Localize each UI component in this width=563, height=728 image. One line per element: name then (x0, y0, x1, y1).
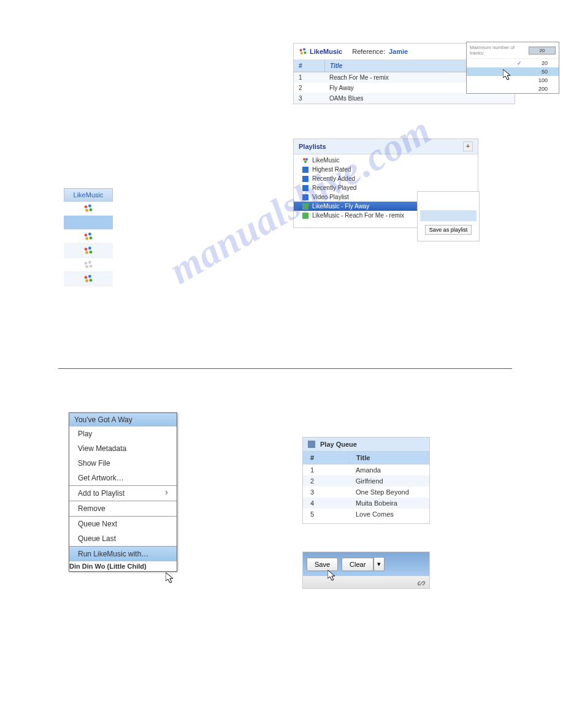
svg-point-9 (85, 209, 88, 212)
save-as-playlist-popup: Save as playlist (417, 191, 480, 241)
queue-column-number: # (303, 452, 349, 464)
add-playlist-button[interactable]: + (463, 142, 473, 151)
track-column-number: # (294, 60, 325, 72)
svg-point-16 (88, 247, 91, 250)
save-as-playlist-button[interactable]: Save as playlist (425, 225, 472, 235)
likemusic-column-header: LikeMusic (64, 188, 113, 202)
svg-point-5 (305, 158, 308, 161)
svg-point-19 (85, 262, 88, 265)
svg-point-7 (85, 205, 88, 208)
queue-row[interactable]: 3One Step Beyond (303, 487, 429, 498)
svg-point-12 (88, 233, 91, 236)
svg-point-10 (90, 208, 93, 211)
likemusic-icon (83, 232, 93, 241)
max-tracks-option[interactable]: 100 (467, 76, 559, 85)
svg-point-4 (303, 158, 305, 161)
svg-point-3 (304, 51, 306, 54)
svg-point-6 (304, 161, 307, 163)
queue-actions-panel: Save Clear ▾ ᔕ (302, 552, 430, 589)
playlist-icon (302, 167, 308, 173)
svg-point-14 (90, 237, 93, 240)
svg-point-13 (85, 237, 88, 240)
menu-item-remove[interactable]: Remove (69, 501, 177, 516)
queue-column-title: Title (349, 452, 429, 464)
playlist-icon (302, 194, 308, 200)
svg-point-0 (299, 49, 302, 51)
clear-button[interactable]: Clear (342, 558, 373, 571)
menu-item-play[interactable]: Play (69, 427, 177, 441)
menu-item-queue-last[interactable]: Queue Last (69, 531, 177, 546)
likemusic-icon (83, 203, 93, 213)
likemusic-status-row[interactable] (64, 216, 113, 230)
likemusic-status-row[interactable] (64, 258, 113, 272)
playlist-item[interactable]: Recently Added (300, 174, 478, 183)
likemusic-status-row[interactable] (64, 202, 113, 216)
likemusic-column: LikeMusic (64, 188, 113, 286)
background-track-label: Din Din Wo (Little Child) (63, 561, 177, 571)
playlist-icon (302, 185, 308, 191)
clear-dropdown-button[interactable]: ▾ (373, 557, 385, 571)
max-tracks-option[interactable]: 50 (467, 67, 559, 76)
likemusic-logo: LikeMusic (299, 47, 342, 56)
queue-row[interactable]: 5Love Comes (303, 509, 429, 520)
svg-point-26 (90, 279, 93, 282)
svg-point-21 (85, 265, 88, 268)
svg-point-1 (303, 48, 305, 50)
play-queue-icon (308, 441, 315, 448)
section-divider (58, 368, 512, 369)
svg-point-18 (90, 251, 93, 254)
likemusic-icon-gray (83, 260, 93, 270)
likemusic-logo-icon (299, 47, 307, 56)
max-tracks-dropdown[interactable]: Maximum number of tracks: 20 20 50 100 2… (466, 42, 559, 94)
menu-item-get-artwork[interactable]: Get Artwork… (69, 471, 177, 485)
menu-item-show-file[interactable]: Show File (69, 456, 177, 471)
menu-item-add-to-playlist[interactable]: Add to Playlist (69, 486, 177, 501)
max-tracks-selected[interactable]: 20 (529, 47, 556, 55)
svg-point-8 (88, 205, 91, 208)
track-row[interactable]: 3 OAMs Blues (294, 93, 515, 104)
queue-row[interactable]: 1Amanda (303, 464, 429, 476)
max-tracks-label: Maximum number of tracks: (470, 45, 529, 56)
queue-row[interactable]: 2Girlfriend (303, 476, 429, 487)
likemusic-status-row[interactable] (64, 244, 113, 258)
likemusic-status-row[interactable] (64, 230, 113, 244)
queue-row[interactable]: 4Muita Bobeira (303, 498, 429, 509)
cursor-icon (166, 572, 175, 585)
max-tracks-option[interactable]: 200 (467, 85, 559, 93)
reference-value: Jamie (389, 48, 408, 55)
likemusic-status-row[interactable] (64, 272, 113, 286)
likemusic-icon (83, 274, 93, 284)
save-button[interactable]: Save (307, 558, 338, 571)
likemusic-icon (302, 157, 308, 164)
menu-item-run-likemusic[interactable]: Run LikeMusic with… (69, 547, 177, 561)
svg-point-17 (85, 251, 88, 254)
track-context-menu: You've Got A Way Play View Metadata Show… (69, 412, 177, 572)
playlist-preview-bar (420, 210, 477, 221)
playlists-header: Playlists (299, 143, 326, 150)
playlist-icon (302, 203, 308, 210)
svg-point-23 (85, 276, 88, 279)
svg-point-2 (301, 52, 303, 55)
max-tracks-option[interactable]: 20 (467, 59, 559, 67)
likemusic-icon (83, 246, 93, 256)
playlist-item[interactable]: Highest Rated (300, 165, 478, 174)
context-menu-title: You've Got A Way (69, 413, 177, 427)
play-queue-title: Play Queue (320, 441, 357, 448)
svg-point-20 (88, 261, 91, 264)
reference-label: Reference: (352, 48, 385, 55)
playlist-icon (302, 213, 308, 219)
menu-item-view-metadata[interactable]: View Metadata (69, 441, 177, 456)
svg-point-11 (85, 233, 88, 237)
playlist-icon (302, 176, 308, 182)
svg-point-24 (88, 275, 91, 278)
svg-point-22 (90, 265, 93, 268)
svg-point-25 (85, 279, 88, 282)
playlist-item[interactable]: LikeMusic (300, 156, 478, 165)
menu-item-queue-next[interactable]: Queue Next (69, 517, 177, 531)
play-queue-panel: Play Queue # Title 1Amanda 2Girlfriend 3… (302, 437, 430, 524)
brand-swirl-icon: ᔕ (417, 577, 424, 587)
svg-point-15 (85, 248, 88, 251)
